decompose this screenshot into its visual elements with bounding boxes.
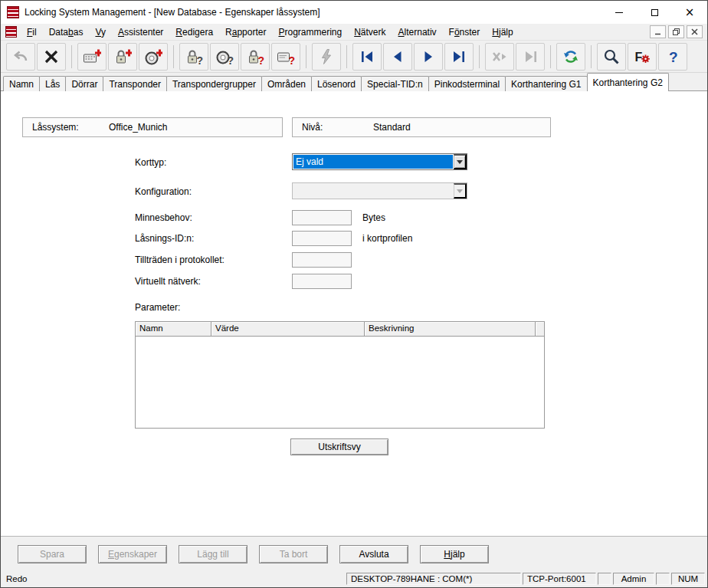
chevron-down-icon bbox=[457, 160, 463, 164]
read-transponder-icon: ? bbox=[215, 48, 234, 66]
toolbar-separator bbox=[306, 45, 306, 68]
menubar: Fil Databas Vy Assistenter Redigera Rapp… bbox=[1, 24, 707, 41]
memory-suffix: Bytes bbox=[362, 212, 385, 223]
parameter-table-body bbox=[136, 337, 544, 428]
column-header-beskrivning[interactable]: Beskrivning bbox=[365, 322, 536, 336]
card-management-g2-page: Låssystem: Office_Munich Nivå: Standard … bbox=[1, 91, 707, 536]
help-icon: ? bbox=[664, 48, 682, 66]
read-card-icon: ? bbox=[277, 48, 295, 66]
close-button[interactable]: × bbox=[672, 1, 707, 24]
last-record-button[interactable] bbox=[444, 43, 474, 71]
lock-system-value: Office_Munich bbox=[109, 122, 167, 133]
refresh-icon bbox=[562, 48, 580, 66]
read-lock-icon: ? bbox=[185, 48, 203, 66]
menu-item-alternativ[interactable]: Alternativ bbox=[392, 25, 443, 39]
maximize-button[interactable] bbox=[637, 1, 672, 24]
tab-korthantering-g2[interactable]: Korthantering G2 bbox=[587, 73, 669, 91]
application-window: Locking System Management - [New Databas… bbox=[0, 0, 708, 588]
program-button[interactable] bbox=[312, 43, 341, 71]
skip-to-end-button[interactable] bbox=[516, 43, 545, 71]
menu-item-rapporter[interactable]: Rapporter bbox=[219, 25, 272, 39]
mdi-close-button[interactable] bbox=[687, 25, 703, 38]
refresh-button[interactable] bbox=[556, 43, 585, 71]
accesses-input bbox=[292, 252, 352, 268]
column-header-varde[interactable]: Värde bbox=[211, 322, 365, 336]
menu-item-redigera[interactable]: Redigera bbox=[169, 25, 219, 39]
tab-losenord[interactable]: Lösenord bbox=[311, 76, 362, 91]
undo-button[interactable] bbox=[6, 43, 35, 71]
card-type-dropdown-button[interactable] bbox=[454, 154, 467, 169]
menu-item-fil[interactable]: Fil bbox=[21, 25, 43, 39]
search-button[interactable] bbox=[597, 43, 626, 71]
maximize-icon bbox=[651, 9, 658, 16]
skip-to-end-icon bbox=[521, 48, 539, 66]
exit-button[interactable]: Avsluta bbox=[339, 545, 408, 563]
read-card-button[interactable]: ? bbox=[271, 43, 300, 71]
search-icon bbox=[602, 48, 621, 66]
read-transponder-button[interactable]: ? bbox=[210, 43, 239, 71]
menu-item-programmering[interactable]: Programmering bbox=[272, 25, 348, 39]
menu-item-hjalp[interactable]: Hjälp bbox=[486, 25, 519, 39]
add-button: Lägg till bbox=[179, 545, 247, 563]
window-title: Locking System Management - [New Databas… bbox=[25, 7, 320, 18]
help-footer-button[interactable]: Hjälp bbox=[420, 545, 489, 563]
svg-text:?: ? bbox=[258, 54, 265, 66]
level-label: Nivå: bbox=[302, 122, 323, 133]
menu-item-fonster[interactable]: Fönster bbox=[443, 25, 487, 39]
help-button[interactable]: ? bbox=[658, 43, 687, 71]
mdi-restore-button[interactable] bbox=[668, 25, 684, 38]
toolbar-separator bbox=[346, 45, 347, 68]
filter-settings-button[interactable]: F bbox=[628, 43, 657, 71]
remove-button: Ta bort bbox=[259, 545, 328, 563]
mdi-minimize-button[interactable] bbox=[650, 25, 666, 38]
print-view-button[interactable]: Utskriftsvy bbox=[290, 439, 388, 455]
toolbar-separator bbox=[591, 45, 592, 68]
tab-special-tid[interactable]: Special-TID:n bbox=[361, 76, 429, 91]
menu-item-databas[interactable]: Databas bbox=[43, 25, 90, 39]
tab-dorrar[interactable]: Dörrar bbox=[65, 76, 103, 91]
new-locking-system-icon bbox=[83, 48, 101, 66]
menu-item-assistenter[interactable]: Assistenter bbox=[112, 25, 169, 39]
parameter-table-header: Namn Värde Beskrivning bbox=[136, 322, 544, 337]
add-lock-button[interactable] bbox=[108, 43, 137, 71]
status-tcp-port: TCP-Port:6001 bbox=[523, 573, 596, 585]
tab-omraden[interactable]: Områden bbox=[261, 76, 312, 91]
first-record-button[interactable] bbox=[352, 43, 382, 71]
menu-item-natverk[interactable]: Nätverk bbox=[348, 25, 392, 39]
read-lock-button[interactable]: ? bbox=[179, 43, 208, 71]
configuration-selected-value bbox=[293, 184, 453, 198]
add-lock-icon bbox=[113, 48, 132, 66]
statusbar: Redo DESKTOP-789HANE : COM(*) TCP-Port:6… bbox=[1, 572, 707, 587]
lock-ids-input bbox=[292, 231, 352, 246]
add-transponder-button[interactable] bbox=[139, 43, 168, 71]
status-user: Admin bbox=[613, 573, 654, 585]
tab-transpondergrupper[interactable]: Transpondergrupper bbox=[166, 76, 262, 91]
next-record-button[interactable] bbox=[414, 43, 443, 71]
disconnect-icon bbox=[42, 48, 61, 66]
level-box: Nivå: Standard bbox=[292, 117, 551, 137]
tab-las[interactable]: Lås bbox=[39, 76, 66, 91]
new-locking-system-button[interactable] bbox=[77, 43, 107, 71]
card-type-combo[interactable]: Ej vald bbox=[292, 153, 467, 170]
tab-transponder[interactable]: Transponder bbox=[103, 76, 167, 91]
lock-system-box: Låssystem: Office_Munich bbox=[22, 117, 283, 137]
properties-button: Egenskaper bbox=[98, 545, 167, 563]
tab-pinkodsterminal[interactable]: Pinkodsterminal bbox=[428, 76, 506, 91]
svg-text:?: ? bbox=[289, 54, 296, 66]
disconnect-button[interactable] bbox=[37, 43, 66, 71]
tab-namn[interactable]: Namn bbox=[3, 76, 40, 91]
column-header-namn[interactable]: Namn bbox=[136, 322, 211, 336]
minimize-button[interactable] bbox=[601, 1, 637, 24]
mdi-minimize-icon bbox=[654, 28, 662, 36]
tab-korthantering-g1[interactable]: Korthantering G1 bbox=[505, 76, 587, 91]
read-lock-unknown-button[interactable]: ? bbox=[241, 43, 270, 71]
status-empty-1 bbox=[598, 573, 611, 585]
level-value: Standard bbox=[373, 122, 411, 133]
prev-record-button[interactable] bbox=[383, 43, 412, 71]
clear-search-button[interactable] bbox=[485, 43, 514, 71]
memory-input bbox=[292, 210, 352, 225]
clear-search-icon bbox=[490, 48, 509, 66]
configuration-dropdown-button bbox=[454, 183, 467, 199]
first-record-icon bbox=[358, 48, 376, 66]
menu-item-vy[interactable]: Vy bbox=[89, 25, 112, 39]
